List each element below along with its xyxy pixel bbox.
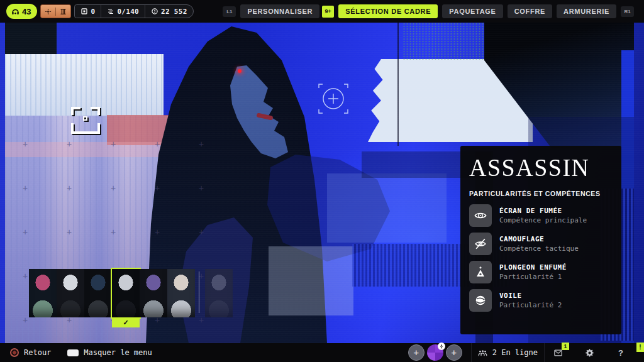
player-level-value: 43 (22, 7, 31, 16)
ability-name: PLONGEON ENFUMÉ (499, 263, 567, 272)
squad-icon (478, 348, 487, 358)
tab-label: SÉLECTION DE CADRE (345, 8, 431, 15)
tab-s-lection-de-cadre[interactable]: SÉLECTION DE CADRE (338, 4, 438, 18)
faction-title: ASSASSIN (469, 153, 613, 182)
character-portrait[interactable] (112, 269, 140, 317)
ability-icon-tile (469, 261, 492, 283)
nav-tabs: PERSONNALISER9+SÉLECTION DE CADREPAQUETA… (240, 4, 616, 18)
selected-check-tab: ✓ (112, 317, 140, 327)
tab-armurerie[interactable]: ARMURERIE (557, 4, 616, 18)
character-portrait[interactable] (167, 269, 195, 317)
top-nav: L1 PERSONNALISER9+SÉLECTION DE CADREPAQU… (223, 0, 634, 23)
faction-subtitle: PARTICULARITÉS ET COMPÉTENCES (469, 190, 613, 197)
mic-icon (439, 344, 444, 349)
mail-button[interactable]: 1 (551, 343, 565, 362)
tab-label: COFFRE (514, 8, 545, 15)
ability-text: VOILE Particularité 2 (499, 292, 562, 309)
character-portrait[interactable] (84, 269, 112, 317)
bracket-bottom (71, 123, 100, 134)
ability-type: Compétence tactique (499, 244, 579, 253)
ability-text: CAMOUFLAGE Compétence tactique (499, 235, 579, 253)
separator (471, 343, 472, 362)
back-label: Retour (24, 348, 51, 357)
gear-icon (585, 348, 594, 358)
plus-icon: + (414, 348, 419, 358)
hud-stats: 43 00/14022 552 (6, 4, 194, 19)
ability-type: Particularité 2 (499, 301, 562, 309)
tab-coffre[interactable]: COFFRE (508, 4, 552, 18)
faction-panel: ASSASSIN PARTICULARITÉS ET COMPÉTENCES É… (460, 146, 621, 334)
frame-icon (80, 8, 88, 15)
portrait-divider (199, 272, 199, 313)
ability-type: Compétence principale (499, 216, 587, 224)
back-button[interactable]: Retour (10, 348, 51, 357)
abilities-list: ÉCRAN DE FUMÉE Compétence principale CAM… (469, 204, 613, 312)
tab-label: ARMURERIE (564, 8, 609, 15)
coin-icon (151, 8, 158, 15)
ability-text: ÉCRAN DE FUMÉE Compétence principale (499, 207, 587, 224)
bracket-top-left (71, 107, 80, 115)
online-status[interactable]: 2 En ligne (478, 348, 538, 358)
ability-row: CAMOUFLAGE Compétence tactique (469, 233, 613, 255)
ladder-icon (59, 8, 67, 16)
plus-icon: + (452, 348, 457, 358)
currency-pill: 00/14022 552 (74, 4, 193, 18)
alert-badge: ! (636, 343, 644, 352)
ability-row: PLONGEON ENFUMÉ Particularité 1 (469, 261, 613, 283)
bracket-center-dot (83, 116, 87, 121)
ability-type: Particularité 1 (499, 273, 567, 281)
ability-name: ÉCRAN DE FUMÉE (499, 207, 587, 215)
ability-name: VOILE (499, 292, 562, 300)
game-screen: +++++++++++++++++++++++++ 43 00/14022 55… (0, 0, 644, 362)
hide-menu-label: Masquer le menu (84, 348, 152, 357)
question-icon: ? (618, 348, 623, 358)
hud-stat-value: 22 552 (161, 8, 187, 16)
bracket-top-right (91, 107, 100, 115)
ability-row: ÉCRAN DE FUMÉE Compétence principale (469, 204, 613, 227)
shoulder-right-hint: R1 (621, 6, 634, 17)
selection-bracket-marker (67, 107, 105, 140)
veil-icon (474, 293, 487, 307)
ability-name: CAMOUFLAGE (499, 235, 579, 243)
crosshair-reticle (316, 82, 350, 116)
people-icon (478, 348, 487, 358)
shoulder-left-hint: L1 (223, 6, 236, 17)
mic-badge-icon (438, 343, 445, 350)
top-bar: 43 00/14022 552 L1 PERSONNALISER9+SÉLECT… (0, 0, 644, 23)
ladder-icon[interactable] (55, 8, 70, 16)
hide-menu-button[interactable]: Masquer le menu (67, 348, 152, 357)
tab-paquetage[interactable]: PAQUETAGE (442, 4, 502, 18)
smoke-screen-icon (474, 209, 487, 222)
camouflage-icon (474, 237, 487, 251)
headset-icon (11, 7, 20, 16)
hud-stat: 0 (75, 5, 101, 18)
hud-stat-value: 0 (91, 8, 95, 16)
separator (544, 343, 545, 362)
help-button[interactable]: ? (614, 343, 628, 362)
smoke-dive-icon (474, 265, 487, 279)
ability-icon-tile (469, 289, 492, 312)
list-icon (107, 8, 114, 15)
hud-stat: 22 552 (145, 5, 193, 18)
touchpad-icon (67, 349, 79, 356)
tab-personnaliser[interactable]: PERSONNALISER (240, 4, 319, 18)
reticle-icon[interactable] (41, 8, 55, 16)
add-friend-button[interactable]: + (446, 344, 462, 361)
character-portrait[interactable] (29, 269, 57, 317)
ability-icon-tile (469, 204, 492, 227)
tab-label: PERSONNALISER (247, 8, 313, 15)
add-friend-button[interactable]: + (408, 344, 425, 361)
gear-icon (585, 348, 594, 358)
character-portrait-locked[interactable] (205, 269, 233, 317)
bottom-right-group: + + 2 En ligne 1 ? ! (408, 343, 644, 362)
character-portrait[interactable] (140, 269, 167, 317)
mail-count-badge: 1 (562, 343, 569, 350)
ability-icon-tile (469, 233, 492, 255)
tab-label: PAQUETAGE (449, 8, 496, 15)
settings-button[interactable] (582, 343, 596, 362)
hud-stat-value: 0/140 (117, 8, 139, 16)
reticle-icon (44, 8, 52, 16)
character-portrait[interactable] (57, 269, 84, 317)
player-avatar[interactable] (427, 344, 443, 361)
online-label: 2 En ligne (492, 348, 538, 357)
